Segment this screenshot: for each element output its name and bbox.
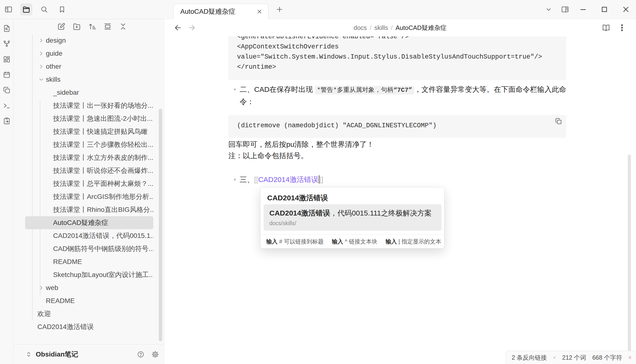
tree-file[interactable]: 技法课堂丨总平面种树太麻烦？... (25, 177, 153, 190)
search-tab-button[interactable] (38, 3, 50, 16)
bookmark-icon (58, 5, 66, 14)
suggestion-title-match: CAD2014激活错误 (269, 209, 330, 217)
tree-file[interactable]: CAD2014激活错误 (25, 320, 153, 334)
reading-view-icon[interactable] (602, 24, 610, 32)
breadcrumb-separator: / (391, 24, 392, 32)
panel-right-icon (561, 5, 569, 14)
templates-icon[interactable] (3, 86, 11, 94)
tree-file[interactable]: _sidebar (25, 86, 153, 99)
tab-close-button[interactable] (256, 8, 263, 15)
copy-code-button[interactable] (555, 118, 562, 125)
tree-file-active[interactable]: AutoCAD疑难杂症 (25, 216, 153, 229)
tree-file[interactable]: CAD钢筋符号中钢筋级别的符号... (25, 242, 153, 255)
obsidian-window: AutoCAD疑难杂症 (0, 0, 636, 364)
back-arrow-icon[interactable] (173, 24, 182, 32)
tree-item-label: 欢迎 (37, 309, 51, 318)
tree-item-label: 技法课堂丨快速搞定拼贴风鸟瞰 (53, 127, 148, 136)
note-scroller[interactable]: <generatePublisherEvidence enabled="fals… (164, 36, 636, 364)
tree-file[interactable]: README (25, 255, 153, 268)
file-tree: design guide other skills _sidebar 技法课堂丨… (14, 34, 164, 344)
tree-file[interactable]: 欢迎 (25, 307, 153, 320)
tree-file[interactable]: Sketchup加Layout室内设计施工... (25, 268, 153, 281)
breadcrumb-docs[interactable]: docs (354, 24, 367, 32)
tree-item-label: AutoCAD疑难杂症 (53, 218, 108, 227)
tree-item-label: README (46, 297, 75, 305)
collapse-all-icon[interactable] (119, 22, 127, 31)
wikilink[interactable]: CAD2014激活错误 (258, 176, 319, 184)
tree-folder-other[interactable]: other (25, 60, 153, 73)
close-icon (256, 8, 263, 15)
ribbon (0, 19, 14, 364)
nav-history (173, 24, 196, 32)
forward-arrow-icon[interactable] (187, 24, 196, 32)
sort-order-icon[interactable] (88, 22, 97, 31)
tree-folder-skills[interactable]: skills (25, 73, 153, 86)
tree-item-label: web (46, 284, 58, 292)
tree-folder-web[interactable]: web (25, 281, 153, 294)
files-tab-button[interactable] (20, 3, 32, 16)
chevron-right-icon (38, 37, 44, 44)
inline-code-text: *警告*多重从属对象，句柄 (317, 86, 393, 94)
backlinks-count[interactable]: 2 条反向链接 (512, 354, 547, 362)
note-tab[interactable]: AutoCAD疑难杂症 (173, 4, 268, 19)
list-item-text: 三、 (240, 176, 254, 184)
settings-gear-icon[interactable] (151, 350, 159, 358)
tree-scrollbar[interactable] (159, 109, 162, 341)
sync-off-icon[interactable] (628, 354, 631, 361)
terminal-icon[interactable] (3, 102, 11, 110)
vault-switcher[interactable] (25, 351, 32, 358)
auto-reveal-icon[interactable] (103, 22, 112, 31)
maximize-icon (600, 5, 608, 14)
tree-file[interactable]: 技法课堂丨听说你还不会画爆炸... (25, 164, 153, 177)
window-close-button[interactable] (622, 5, 630, 14)
vault-bar: Obsidian笔记 (14, 344, 164, 364)
tree-file[interactable]: 技法课堂丨快速搞定拼贴风鸟瞰 (25, 125, 153, 138)
tree-file[interactable]: README (25, 294, 153, 307)
new-folder-icon[interactable] (72, 22, 81, 31)
chevron-down-icon (545, 5, 553, 14)
tree-file[interactable]: 技法课堂丨出一张好看的场地分... (25, 99, 153, 112)
calendar-icon[interactable] (3, 71, 11, 79)
suggestion-item-selected[interactable]: CAD2014激活错误，代码0015.111之终极解决方案 docs/skill… (264, 204, 442, 231)
tree-file[interactable]: 技法课堂丨三个步骤教你轻松出... (25, 138, 153, 151)
edit-mode-icon[interactable] (553, 354, 556, 361)
tree-file[interactable]: CAD2014激活错误，代码0015.1... (25, 229, 153, 242)
tree-file[interactable]: 技法课堂丨ArcGIS制作地形分析... (25, 190, 153, 203)
toggle-left-sidebar-button[interactable] (3, 3, 15, 16)
tree-file[interactable]: 技法课堂丨水立方外表皮的制作... (25, 151, 153, 164)
tree-item-label: 技法课堂丨出一张好看的场地分... (53, 101, 153, 110)
breadcrumb-skills[interactable]: skills (374, 24, 388, 32)
canvas-icon[interactable] (3, 55, 11, 64)
hint-text: # 可以链接到标题 (278, 238, 324, 245)
window-maximize-button[interactable] (600, 5, 608, 14)
note-scrollbar[interactable] (628, 154, 631, 361)
more-options-icon[interactable] (618, 24, 626, 32)
tree-file[interactable]: 技法课堂丨Rhino直出BIG风格分... (25, 203, 153, 216)
toggle-right-sidebar-button[interactable] (561, 5, 569, 14)
tree-file[interactable]: 技法课堂丨急速出图流-2小时出... (25, 112, 153, 125)
link-suggestion-popup: CAD2014激活错误 CAD2014激活错误，代码0015.111之终极解决方… (260, 187, 444, 248)
hint: 输入 ^ 链接文本块 (332, 238, 377, 246)
file-search-icon[interactable] (3, 24, 11, 32)
help-icon[interactable] (137, 350, 145, 358)
new-tab-button[interactable] (275, 5, 284, 14)
window-minimize-button[interactable] (579, 5, 587, 14)
char-count[interactable]: 668 个字符 (592, 354, 622, 362)
bullet-dot (234, 88, 236, 90)
paragraph: 注：以上命令包括括号。 (228, 150, 566, 161)
tree-folder-guide[interactable]: guide (25, 47, 153, 60)
tree-item-label: other (46, 63, 61, 70)
clipboard-export-icon[interactable] (3, 117, 11, 125)
explorer-toolbar (14, 19, 164, 34)
tab-list-button[interactable] (545, 5, 553, 14)
tree-folder-design[interactable]: design (25, 34, 153, 47)
bookmarks-tab-button[interactable] (56, 3, 68, 16)
tree-item-label: Sketchup加Layout室内设计施工... (53, 270, 153, 280)
word-count[interactable]: 212 个词 (562, 354, 586, 362)
breadcrumb-current[interactable]: AutoCAD疑难杂症 (396, 24, 447, 32)
new-note-icon[interactable] (57, 22, 66, 31)
suggestion-item-title[interactable]: CAD2014激活错误 (267, 193, 437, 203)
chevron-right-icon (38, 50, 44, 57)
inline-code: *警告*多重从属对象，句柄“7C7” (315, 86, 414, 94)
graph-view-icon[interactable] (3, 40, 11, 48)
